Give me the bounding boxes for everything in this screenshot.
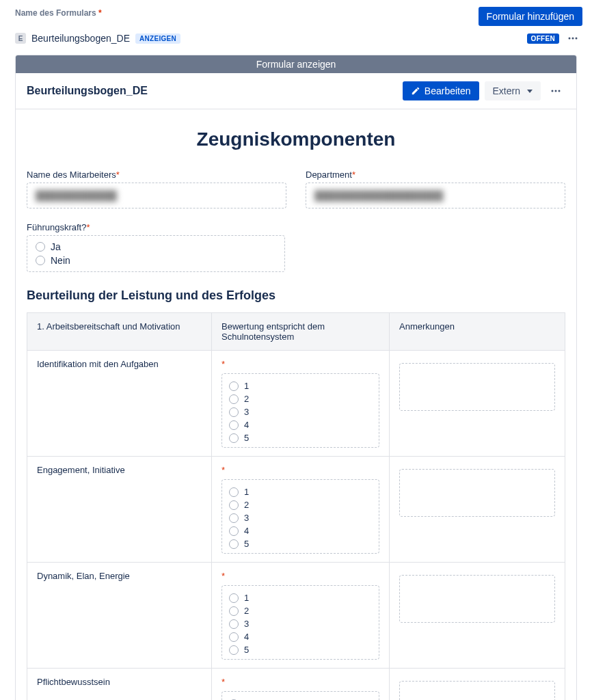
- pencil-icon: [411, 86, 420, 96]
- svg-point-4: [555, 90, 557, 92]
- edit-button[interactable]: Bearbeiten: [403, 81, 479, 100]
- radio-icon: [229, 381, 239, 391]
- comment-cell: [390, 669, 565, 701]
- open-status-badge: OFFEN: [527, 33, 559, 44]
- required-asterisk: *: [221, 359, 379, 369]
- radio-icon: [229, 526, 239, 536]
- required-asterisk: *: [221, 465, 379, 475]
- more-icon: [550, 85, 561, 96]
- rating-cell: *12345: [212, 563, 390, 669]
- panel-banner: Formular anzeigen: [16, 55, 576, 73]
- radio-label: 1: [244, 381, 249, 391]
- section-heading-performance: Beurteilung der Leistung und des Erfolge…: [27, 288, 565, 303]
- rating-option[interactable]: 5: [229, 431, 372, 444]
- employee-name-label: Name des Mitarbeiters*: [27, 170, 286, 180]
- form-panel: Formular anzeigen Beurteilungsbogen_DE B…: [15, 55, 577, 700]
- criterion-cell: Dynamik, Elan, Energie: [27, 563, 212, 669]
- radio-label: 5: [244, 433, 249, 443]
- radio-icon: [36, 256, 45, 265]
- radio-label: 4: [244, 526, 249, 536]
- form-name-label: Name des Formulars *: [15, 8, 102, 18]
- svg-point-5: [559, 90, 561, 92]
- radio-icon: [229, 539, 239, 549]
- rating-radio-group: 12345: [221, 691, 379, 700]
- rating-option[interactable]: 2: [229, 392, 372, 405]
- radio-icon: [229, 606, 239, 616]
- radio-icon: [229, 619, 239, 629]
- comment-cell: [390, 457, 565, 563]
- radio-icon: [229, 513, 239, 523]
- required-asterisk: *: [221, 571, 379, 581]
- table-row: Pflichtbewusstsein*12345: [27, 669, 565, 701]
- fuehrungskraft-option[interactable]: Nein: [36, 254, 276, 267]
- rating-option[interactable]: 1: [229, 379, 372, 392]
- department-label: Department*: [306, 170, 565, 180]
- rating-option[interactable]: 1: [229, 697, 372, 700]
- radio-label: 4: [244, 632, 249, 642]
- rating-radio-group: 12345: [221, 479, 379, 554]
- add-form-button[interactable]: Formular hinzufügen: [479, 7, 582, 26]
- fuehrungskraft-field: JaNein: [27, 235, 285, 272]
- radio-label: 2: [244, 500, 249, 510]
- radio-icon: [229, 593, 239, 603]
- rating-option[interactable]: 2: [229, 604, 372, 617]
- rating-option[interactable]: 1: [229, 485, 372, 498]
- svg-point-2: [576, 38, 578, 40]
- radio-icon: [229, 433, 239, 443]
- radio-label: 1: [244, 487, 249, 497]
- required-asterisk: *: [221, 677, 379, 687]
- radio-label: 3: [244, 619, 249, 629]
- form-name-value[interactable]: Beurteilungsbogen_DE: [31, 33, 130, 44]
- radio-icon: [229, 632, 239, 642]
- criterion-cell: Engagement, Initiative: [27, 457, 212, 563]
- comment-field[interactable]: [399, 681, 555, 700]
- rating-option[interactable]: 5: [229, 537, 372, 550]
- form-row-more-button[interactable]: [563, 29, 582, 48]
- radio-label: 5: [244, 645, 249, 655]
- rating-cell: *12345: [212, 351, 390, 457]
- employee-name-field[interactable]: ████████████: [27, 183, 286, 208]
- comment-field[interactable]: [399, 469, 555, 517]
- rating-cell: *12345: [212, 669, 390, 701]
- form-big-title: Zeugniskomponenten: [27, 129, 565, 150]
- radio-icon: [229, 645, 239, 655]
- svg-point-3: [552, 90, 554, 92]
- svg-point-0: [569, 38, 571, 40]
- rating-option[interactable]: 2: [229, 498, 372, 511]
- extern-dropdown[interactable]: Extern: [485, 81, 541, 100]
- rating-cell: *12345: [212, 457, 390, 563]
- radio-label: Nein: [51, 255, 70, 266]
- rating-option[interactable]: 4: [229, 418, 372, 431]
- anzeigen-badge: ANZEIGEN: [135, 33, 180, 44]
- rating-option[interactable]: 4: [229, 524, 372, 537]
- radio-icon: [229, 394, 239, 404]
- rating-option[interactable]: 3: [229, 405, 372, 418]
- department-field[interactable]: ███████████████████: [306, 183, 565, 208]
- criterion-cell: Identifikation mit den Aufgaben: [27, 351, 212, 457]
- radio-label: Ja: [51, 241, 61, 252]
- radio-icon: [229, 500, 239, 510]
- svg-point-1: [572, 38, 574, 40]
- panel-more-button[interactable]: [546, 81, 565, 100]
- rating-option[interactable]: 1: [229, 591, 372, 604]
- rating-option[interactable]: 3: [229, 511, 372, 524]
- radio-label: 2: [244, 394, 249, 404]
- rating-option[interactable]: 5: [229, 643, 372, 656]
- criterion-cell: Pflichtbewusstsein: [27, 669, 212, 701]
- radio-icon: [36, 242, 45, 252]
- comment-field[interactable]: [399, 575, 555, 623]
- rating-option[interactable]: 3: [229, 617, 372, 630]
- radio-label: 3: [244, 407, 249, 417]
- radio-label: 4: [244, 420, 249, 430]
- radio-label: 3: [244, 513, 249, 523]
- rating-option[interactable]: 4: [229, 630, 372, 643]
- more-icon: [567, 33, 578, 44]
- comment-field[interactable]: [399, 363, 555, 411]
- radio-icon: [229, 487, 239, 497]
- table-row: Dynamik, Elan, Energie*12345: [27, 563, 565, 669]
- rating-radio-group: 12345: [221, 373, 379, 448]
- radio-label: 5: [244, 539, 249, 549]
- fuehrungskraft-label: Führungskraft?*: [27, 222, 285, 232]
- fuehrungskraft-option[interactable]: Ja: [36, 240, 276, 254]
- table-row: Engagement, Initiative*12345: [27, 457, 565, 563]
